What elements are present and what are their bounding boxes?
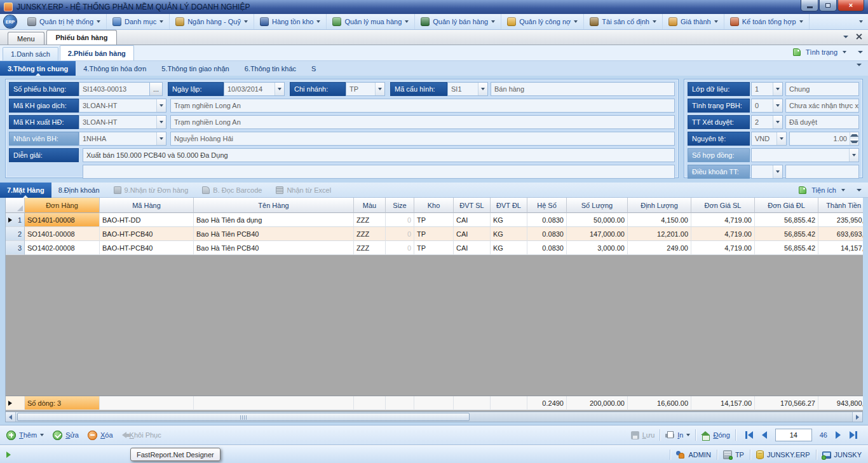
grid-tab-mat-hang[interactable]: 7.Mặt Hàng [0,183,51,198]
grid-column-header-mau[interactable]: Màu [354,198,386,213]
ngay-lap-combo[interactable]: 10/03/2014 [224,82,285,96]
grid-column-header-don_gia_dl[interactable]: Đơn Giá ĐL [755,198,818,213]
grid-cell-dvt_dl[interactable]: KG [491,213,527,227]
grid-column-header-dinh_luong[interactable]: Định Lượng [628,198,691,213]
grid-cell-so_luong[interactable]: 50,000.00 [567,213,628,227]
next-record-button[interactable] [836,431,841,439]
grid-row-header[interactable]: 3 [6,241,25,255]
grid-cell-so_luong[interactable]: 147,000.00 [567,227,628,241]
grid-cell-don_gia_sl[interactable]: 4,719.00 [691,241,755,255]
ma-kh-xuat-hd-desc-field[interactable]: Trạm nghiền Long An [170,115,675,129]
erp-logo[interactable]: ERP [4,15,17,28]
first-record-button[interactable] [745,431,753,439]
grid-column-header-size[interactable]: Size [386,198,414,213]
grid-cell-dinh_luong[interactable]: 12,201.00 [628,227,691,241]
tab-thong-tin-hoa-don[interactable]: 4.Thông tin hóa đơn [76,61,154,76]
grid-column-header-he_so[interactable]: Hệ Số [527,198,567,213]
restore-button[interactable] [819,0,837,11]
menu-item-tai-san-co-dinh[interactable]: Tài sản cố định [584,14,663,29]
grid-cell-don_gia_sl[interactable]: 4,719.00 [691,227,755,241]
so-hop-dong-combo[interactable] [751,148,859,162]
grid-cell-thanh_tien[interactable]: 693,693,000 [818,227,863,241]
dien-giai-field[interactable]: Xuất bán 150.000 PCB40 và 50.000 Đa Dụng [83,148,675,162]
grid-cell-dvt_dl[interactable]: KG [491,241,527,255]
tab-menu[interactable]: Menu [8,32,44,45]
statusbar-item-branch[interactable]: TP [723,450,744,459]
grid-cell-mau[interactable]: ZZZ [354,227,386,241]
menu-item-ngan-hang-quy[interactable]: Ngân hàng - Quỹ [170,14,254,29]
grid-column-header-ten_hang[interactable]: Tên Hàng [194,198,354,213]
tab-phieu-ban-hang-detail[interactable]: 2.Phiếu bán hàng [60,45,134,60]
nhan-vien-bh-desc-field[interactable]: Nguyễn Hoàng Hải [170,132,675,146]
grid-cell-thanh_tien[interactable]: 235,950,000 [818,213,863,227]
section-overflow-icon[interactable] [857,64,862,74]
so-phieu-browse-button[interactable]: ... [150,82,163,96]
tab-s[interactable]: S [304,61,323,76]
nguyen-te-rate-field[interactable]: 1.00 [789,132,859,146]
statusbar-item-database[interactable]: JUNSKY.ERP [756,450,810,459]
grid-cell-so_luong[interactable]: 3,000.00 [567,241,628,255]
tab-thong-tin-chung[interactable]: 3.Thông tin chung [0,61,76,76]
grid-horizontal-scrollbar[interactable] [5,411,863,422]
grid-cell-don_hang[interactable]: SO1401-00008 [25,227,100,241]
grid-cell-size[interactable]: 0 [386,227,414,241]
grid-cell-mau[interactable]: ZZZ [354,241,386,255]
ma-kh-giao-dich-combo[interactable]: 3LOAN-HT [79,99,166,113]
dien-giai-field-2[interactable] [83,165,675,179]
grid-cell-ma_hang[interactable]: BAO-HT-DD [100,213,194,227]
grid-tab-dinh-khoan[interactable]: 8.Định khoản [51,183,107,198]
tab-phieu-ban-hang[interactable]: Phiếu bán hàng [46,30,118,45]
grid-cell-don_gia_dl[interactable]: 56,855.42 [755,213,818,227]
edit-button[interactable]: Sửa [53,431,79,440]
minimize-button[interactable] [801,0,818,11]
menu-item-hang-ton-kho[interactable]: Hàng tồn kho [254,14,327,29]
grid-cell-he_so[interactable]: 0.0830 [527,213,567,227]
close-form-button[interactable]: Đóng [701,431,729,439]
lop-du-lieu-desc-field[interactable]: Chung [785,82,859,96]
grid-cell-kho[interactable]: TP [414,227,454,241]
tab-thong-tin-giao-nhan[interactable]: 5.Thông tin giao nhận [154,61,236,76]
grid-cell-kho[interactable]: TP [414,213,454,227]
status-dropdown-icon[interactable] [843,51,846,53]
menu-item-gia-thanh[interactable]: Giá thành [663,14,724,29]
grid-cell-ma_hang[interactable]: BAO-HT-PCB40 [100,241,194,255]
dieu-khoan-tt-combo[interactable] [751,165,783,179]
tab-list-dropdown-icon[interactable] [843,36,848,38]
nhan-vien-bh-combo[interactable]: 1NHHA [79,132,166,146]
grid-cell-ten_hang[interactable]: Bao Hà Tiên PCB40 [194,227,354,241]
grid-column-header-don_gia_sl[interactable]: Đơn Giá SL [691,198,755,213]
tt-xet-duyet-combo[interactable]: 2 [751,115,783,129]
menu-item-quan-ly-cong-no[interactable]: Quản lý công nợ [501,14,584,29]
menu-item-quan-ly-mua-hang[interactable]: Quản lý mua hàng [327,14,415,29]
nguyen-te-combo[interactable]: VND [751,132,787,146]
grid-cell-dinh_luong[interactable]: 249.00 [628,241,691,255]
scroll-left-button[interactable] [6,412,16,422]
dieu-khoan-tt-desc-field[interactable] [785,165,859,179]
scroll-right-button[interactable] [852,412,862,422]
grid-cell-dinh_luong[interactable]: 4,150.00 [628,213,691,227]
tinh-trang-pbh-combo[interactable]: 0 [751,99,783,113]
add-button[interactable]: Thêm [6,431,44,440]
tinh-trang-pbh-desc-field[interactable]: Chưa xác nhận thực x [785,99,859,113]
menu-item-danh-muc[interactable]: Danh mục [107,14,170,29]
grid-column-header-so_luong[interactable]: Số Lượng [567,198,628,213]
grid-column-header-dvt_sl[interactable]: ĐVT SL [454,198,491,213]
grid-row-header[interactable]: 2 [6,227,25,241]
so-phieu-field[interactable]: SI1403-00013 [79,82,150,96]
menu-item-ke-toan-tong-hop[interactable]: Kế toán tổng hợp [724,14,810,29]
lop-du-lieu-combo[interactable]: 1 [751,82,783,96]
grid-cell-he_so[interactable]: 0.0830 [527,241,567,255]
grid-cell-thanh_tien[interactable]: 14,157,000 [818,241,863,255]
menu-item-quan-tri-he-thong[interactable]: Quản trị hệ thống [22,14,107,29]
grid-column-header-don_hang[interactable]: Đơn Hàng [25,198,100,213]
grid-cell-dvt_sl[interactable]: CAI [454,213,491,227]
previous-record-button[interactable] [762,431,767,439]
tab-thong-tin-khac[interactable]: 6.Thông tin khác [237,61,304,76]
grid-cell-ten_hang[interactable]: Bao Hà Tiên PCB40 [194,241,354,255]
grid-cell-kho[interactable]: TP [414,241,454,255]
ma-cau-hinh-combo[interactable]: SI1 [447,82,488,96]
grid-cell-don_gia_dl[interactable]: 56,855.42 [755,227,818,241]
status-button-label[interactable]: Tình trạng [806,48,837,56]
grid-cell-ma_hang[interactable]: BAO-HT-PCB40 [100,227,194,241]
delete-button[interactable]: Xóa [88,431,113,440]
